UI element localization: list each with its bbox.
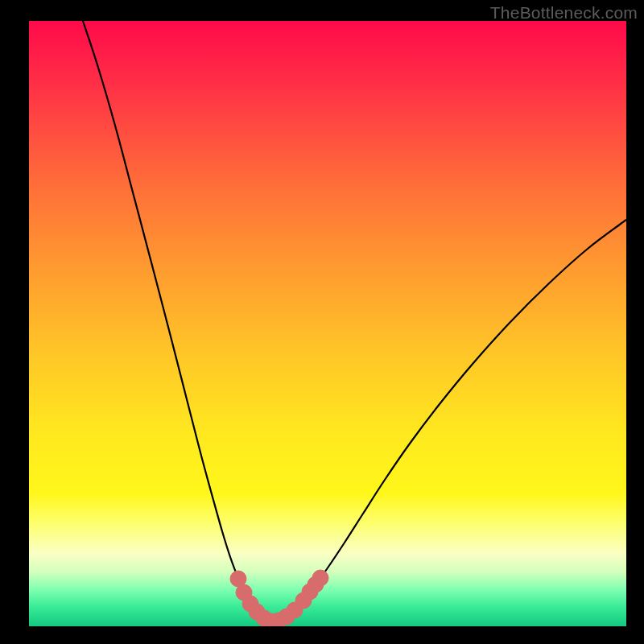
marker-group — [230, 570, 328, 626]
data-marker — [312, 570, 328, 586]
chart-svg — [29, 21, 626, 626]
plot-area — [29, 21, 626, 626]
curve-right — [269, 220, 626, 621]
curve-left — [83, 21, 269, 621]
watermark-text: TheBottleneck.com — [490, 3, 638, 23]
chart-frame: TheBottleneck.com — [0, 0, 644, 644]
